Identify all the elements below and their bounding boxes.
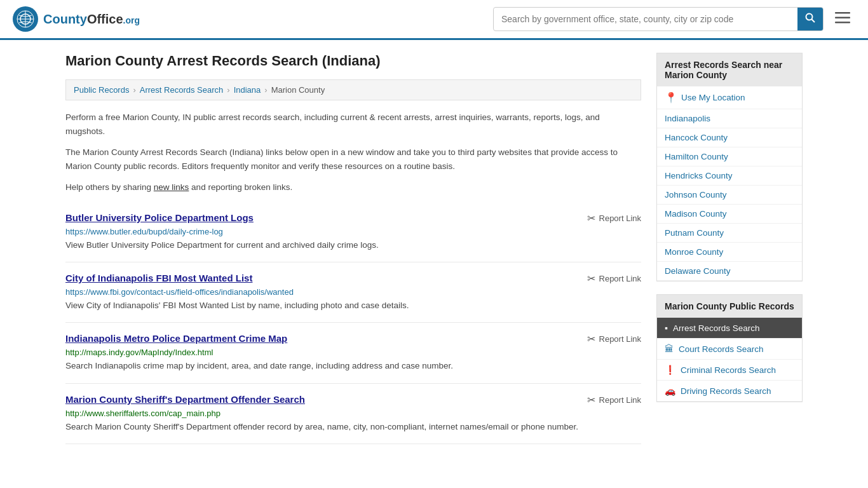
record-item: Indianapolis Metro Police Department Cri… <box>65 323 641 383</box>
header-right <box>493 7 855 31</box>
nearby-link[interactable]: Johnson County <box>657 186 802 205</box>
record-url[interactable]: https://www.fbi.gov/contact-us/field-off… <box>65 287 641 297</box>
description-section: Perform a free Marion County, IN public … <box>65 111 641 194</box>
record-type-icon: ▪ <box>665 323 668 333</box>
breadcrumb-current: Marion County <box>271 85 325 95</box>
nearby-list-item: Hancock County <box>657 128 802 147</box>
report-icon: ✂ <box>587 212 595 224</box>
report-link[interactable]: ✂ Report Link <box>587 273 641 285</box>
breadcrumb-arrest-records[interactable]: Arrest Records Search <box>140 85 224 95</box>
content-area: Marion County Arrest Records Search (Ind… <box>65 53 641 444</box>
record-desc: Search Indianapolis crime map by inciden… <box>65 360 641 372</box>
record-desc: View City of Indianapolis' FBI Most Want… <box>65 299 641 312</box>
report-link[interactable]: ✂ Report Link <box>587 333 641 345</box>
svg-line-5 <box>812 20 815 23</box>
use-location[interactable]: 📍 Use My Location <box>657 86 802 109</box>
record-desc: Search Marion County Sheriff's Departmen… <box>65 421 641 433</box>
svg-point-4 <box>806 14 813 20</box>
record-title[interactable]: Butler University Police Department Logs <box>65 212 254 223</box>
nearby-link[interactable]: Madison County <box>657 205 802 224</box>
page-title: Marion County Arrest Records Search (Ind… <box>65 53 641 69</box>
nearby-list-item: Indianapolis <box>657 109 802 128</box>
public-record-link[interactable]: ❗ Criminal Records Search <box>657 360 802 380</box>
search-bar <box>493 7 824 31</box>
nearby-link[interactable]: Hendricks County <box>657 166 802 186</box>
record-title[interactable]: Marion County Sheriff's Department Offen… <box>65 394 305 405</box>
record-item: Marion County Sheriff's Department Offen… <box>65 384 641 444</box>
svg-rect-6 <box>835 12 850 14</box>
main-container: Marion County Arrest Records Search (Ind… <box>53 40 815 457</box>
record-title[interactable]: Indianapolis Metro Police Department Cri… <box>65 333 287 344</box>
record-item: City of Indianapolis FBI Most Wanted Lis… <box>65 262 641 323</box>
nearby-title: Arrest Records Search near Marion County <box>657 53 802 86</box>
report-icon: ✂ <box>587 273 595 285</box>
nearby-list-item: Delaware County <box>657 262 802 281</box>
logo-text: CountyOffice.org <box>43 12 140 27</box>
description-para2: The Marion County Arrest Records Search … <box>65 146 641 173</box>
logo-icon <box>13 6 38 32</box>
nearby-list-item: Hendricks County <box>657 166 802 186</box>
breadcrumb-public-records[interactable]: Public Records <box>74 85 129 95</box>
report-link[interactable]: ✂ Report Link <box>587 394 641 406</box>
public-records-title: Marion County Public Records <box>657 295 802 318</box>
description-para3: Help others by sharing new links and rep… <box>65 180 641 194</box>
new-links-link[interactable]: new links <box>154 182 189 192</box>
search-input[interactable] <box>494 9 797 29</box>
public-record-item: 🏛 Court Records Search <box>657 339 802 360</box>
public-record-link[interactable]: ▪ Arrest Records Search <box>657 318 802 338</box>
record-url[interactable]: http://maps.indy.gov/MapIndy/Index.html <box>65 348 641 357</box>
nearby-list-item: Madison County <box>657 205 802 224</box>
nearby-list: IndianapolisHancock CountyHamilton Count… <box>657 109 802 281</box>
public-records-section: Marion County Public Records ▪ Arrest Re… <box>656 294 803 402</box>
record-url[interactable]: http://www.sheriffalerts.com/cap_main.ph… <box>65 409 641 418</box>
description-para1: Perform a free Marion County, IN public … <box>65 111 641 138</box>
public-record-item: 🚗 Driving Records Search <box>657 381 802 402</box>
nearby-list-item: Monroe County <box>657 243 802 262</box>
record-item: Butler University Police Department Logs… <box>65 202 641 262</box>
record-type-icon: 🏛 <box>665 344 674 354</box>
nearby-list-item: Hamilton County <box>657 147 802 166</box>
nearby-list-item: Putnam County <box>657 224 802 243</box>
report-link[interactable]: ✂ Report Link <box>587 212 641 224</box>
nearby-list-item: Johnson County <box>657 186 802 205</box>
svg-rect-7 <box>835 17 850 19</box>
record-type-icon: ❗ <box>665 365 675 375</box>
menu-button[interactable] <box>830 8 855 30</box>
nearby-link[interactable]: Hancock County <box>657 128 802 147</box>
nearby-link[interactable]: Hamilton County <box>657 147 802 166</box>
record-url[interactable]: https://www.butler.edu/bupd/daily-crime-… <box>65 227 641 236</box>
report-icon: ✂ <box>587 333 595 345</box>
nearby-link[interactable]: Putnam County <box>657 224 802 243</box>
public-record-link[interactable]: 🏛 Court Records Search <box>657 339 802 359</box>
nearby-link[interactable]: Indianapolis <box>657 109 802 128</box>
record-desc: View Butler University Police Department… <box>65 239 641 252</box>
sidebar: Arrest Records Search near Marion County… <box>656 53 803 444</box>
records-list: Butler University Police Department Logs… <box>65 202 641 444</box>
report-icon: ✂ <box>587 394 595 406</box>
svg-rect-8 <box>835 22 850 24</box>
search-button[interactable] <box>797 8 823 30</box>
nearby-link[interactable]: Monroe County <box>657 243 802 262</box>
public-records-list: ▪ Arrest Records Search 🏛 Court Records … <box>657 318 802 402</box>
nearby-link[interactable]: Delaware County <box>657 262 802 281</box>
record-type-icon: 🚗 <box>665 386 675 396</box>
breadcrumb: Public Records › Arrest Records Search ›… <box>65 79 641 100</box>
public-record-link[interactable]: 🚗 Driving Records Search <box>657 381 802 401</box>
breadcrumb-indiana[interactable]: Indiana <box>234 85 261 95</box>
logo-area: CountyOffice.org <box>13 6 140 32</box>
page-header: CountyOffice.org <box>0 0 868 40</box>
public-record-item: ❗ Criminal Records Search <box>657 360 802 381</box>
record-title[interactable]: City of Indianapolis FBI Most Wanted Lis… <box>65 273 252 283</box>
location-icon: 📍 <box>665 92 677 104</box>
public-record-item: ▪ Arrest Records Search <box>657 318 802 339</box>
nearby-section: Arrest Records Search near Marion County… <box>656 53 803 281</box>
